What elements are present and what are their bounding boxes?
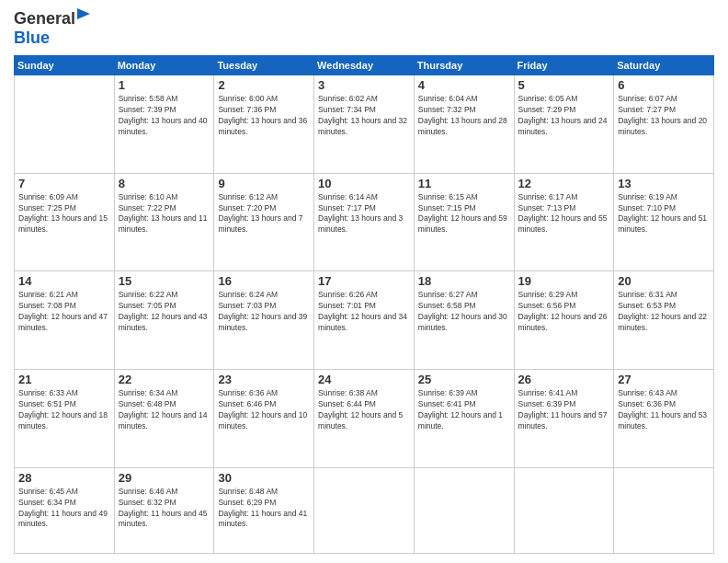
logo-general-text: General (14, 9, 75, 29)
day-number: 8 (119, 177, 210, 190)
day-number: 4 (418, 78, 510, 92)
calendar-cell (514, 467, 614, 553)
week-row-4: 21Sunrise: 6:33 AMSunset: 6:51 PMDayligh… (15, 370, 714, 468)
calendar-cell: 18Sunrise: 6:27 AMSunset: 6:58 PMDayligh… (414, 271, 514, 370)
calendar-cell: 4Sunrise: 6:04 AMSunset: 7:32 PMDaylight… (414, 75, 514, 174)
calendar-cell (314, 467, 415, 553)
calendar-cell: 28Sunrise: 6:45 AMSunset: 6:34 PMDayligh… (15, 467, 115, 553)
calendar-cell: 29Sunrise: 6:46 AMSunset: 6:32 PMDayligh… (114, 467, 214, 553)
logo-flag-icon (77, 8, 92, 29)
calendar-cell: 11Sunrise: 6:15 AMSunset: 7:15 PMDayligh… (414, 173, 514, 271)
day-info: Sunrise: 6:05 AMSunset: 7:29 PMDaylight:… (518, 94, 610, 138)
calendar-cell: 20Sunrise: 6:31 AMSunset: 6:53 PMDayligh… (614, 271, 714, 370)
weekday-header-friday: Friday (514, 56, 614, 75)
calendar-cell: 21Sunrise: 6:33 AMSunset: 6:51 PMDayligh… (15, 370, 115, 468)
calendar-cell: 2Sunrise: 6:00 AMSunset: 7:36 PMDaylight… (214, 75, 314, 174)
day-number: 10 (318, 177, 410, 190)
day-number: 1 (119, 78, 210, 92)
weekday-header-thursday: Thursday (414, 56, 514, 75)
day-info: Sunrise: 6:48 AMSunset: 6:29 PMDaylight:… (218, 487, 310, 531)
svg-marker-0 (77, 8, 90, 19)
calendar-cell: 26Sunrise: 6:41 AMSunset: 6:39 PMDayligh… (514, 370, 614, 468)
day-info: Sunrise: 6:36 AMSunset: 6:46 PMDaylight:… (218, 388, 310, 432)
calendar-cell (15, 75, 115, 174)
header: General Blue (14, 9, 714, 48)
day-number: 20 (618, 274, 710, 288)
day-number: 25 (418, 373, 510, 386)
day-info: Sunrise: 6:04 AMSunset: 7:32 PMDaylight:… (418, 94, 510, 138)
day-number: 26 (518, 373, 610, 386)
day-info: Sunrise: 6:34 AMSunset: 6:48 PMDaylight:… (119, 388, 210, 432)
day-number: 12 (518, 177, 610, 190)
day-info: Sunrise: 6:27 AMSunset: 6:58 PMDaylight:… (418, 290, 510, 334)
calendar-cell: 1Sunrise: 5:58 AMSunset: 7:39 PMDaylight… (114, 75, 214, 174)
calendar-cell: 3Sunrise: 6:02 AMSunset: 7:34 PMDaylight… (314, 75, 415, 174)
day-number: 24 (318, 373, 410, 386)
day-info: Sunrise: 6:39 AMSunset: 6:41 PMDaylight:… (418, 388, 510, 432)
week-row-3: 14Sunrise: 6:21 AMSunset: 7:08 PMDayligh… (15, 271, 714, 370)
day-number: 18 (418, 274, 510, 288)
logo: General Blue (14, 9, 92, 48)
calendar-cell: 24Sunrise: 6:38 AMSunset: 6:44 PMDayligh… (314, 370, 415, 468)
day-number: 2 (218, 78, 310, 92)
day-number: 17 (318, 274, 410, 288)
day-number: 5 (518, 78, 610, 92)
calendar-cell: 19Sunrise: 6:29 AMSunset: 6:56 PMDayligh… (514, 271, 614, 370)
day-number: 22 (119, 373, 210, 386)
calendar-cell: 5Sunrise: 6:05 AMSunset: 7:29 PMDaylight… (514, 75, 614, 174)
calendar-cell: 9Sunrise: 6:12 AMSunset: 7:20 PMDaylight… (214, 173, 314, 271)
day-number: 11 (418, 177, 510, 190)
day-number: 29 (119, 471, 210, 485)
day-info: Sunrise: 6:12 AMSunset: 7:20 PMDaylight:… (218, 192, 310, 236)
calendar-cell: 6Sunrise: 6:07 AMSunset: 7:27 PMDaylight… (614, 75, 714, 174)
week-row-2: 7Sunrise: 6:09 AMSunset: 7:25 PMDaylight… (15, 173, 714, 271)
day-info: Sunrise: 6:21 AMSunset: 7:08 PMDaylight:… (18, 290, 110, 334)
day-info: Sunrise: 6:02 AMSunset: 7:34 PMDaylight:… (318, 94, 410, 138)
day-number: 9 (218, 177, 310, 190)
calendar-cell: 16Sunrise: 6:24 AMSunset: 7:03 PMDayligh… (214, 271, 314, 370)
calendar-cell: 13Sunrise: 6:19 AMSunset: 7:10 PMDayligh… (614, 173, 714, 271)
day-number: 3 (318, 78, 410, 92)
weekday-header-row: SundayMondayTuesdayWednesdayThursdayFrid… (15, 56, 714, 75)
calendar-cell: 27Sunrise: 6:43 AMSunset: 6:36 PMDayligh… (614, 370, 714, 468)
day-info: Sunrise: 6:43 AMSunset: 6:36 PMDaylight:… (618, 388, 710, 432)
calendar-table: SundayMondayTuesdayWednesdayThursdayFrid… (14, 55, 714, 554)
calendar-cell (414, 467, 514, 553)
day-info: Sunrise: 6:00 AMSunset: 7:36 PMDaylight:… (218, 94, 310, 138)
calendar-cell: 10Sunrise: 6:14 AMSunset: 7:17 PMDayligh… (314, 173, 415, 271)
page: General Blue SundayMondayTuesdayWednesda… (0, 0, 728, 563)
logo-blue-text: Blue (14, 29, 50, 47)
day-info: Sunrise: 6:10 AMSunset: 7:22 PMDaylight:… (119, 192, 210, 236)
day-number: 21 (18, 373, 110, 386)
day-info: Sunrise: 6:24 AMSunset: 7:03 PMDaylight:… (218, 290, 310, 334)
day-info: Sunrise: 6:31 AMSunset: 6:53 PMDaylight:… (618, 290, 710, 334)
day-info: Sunrise: 6:38 AMSunset: 6:44 PMDaylight:… (318, 388, 410, 432)
week-row-5: 28Sunrise: 6:45 AMSunset: 6:34 PMDayligh… (15, 467, 714, 553)
day-number: 23 (218, 373, 310, 386)
day-info: Sunrise: 6:09 AMSunset: 7:25 PMDaylight:… (18, 192, 110, 236)
day-info: Sunrise: 6:33 AMSunset: 6:51 PMDaylight:… (18, 388, 110, 432)
calendar-cell: 8Sunrise: 6:10 AMSunset: 7:22 PMDaylight… (114, 173, 214, 271)
day-number: 7 (18, 177, 110, 190)
calendar-cell: 23Sunrise: 6:36 AMSunset: 6:46 PMDayligh… (214, 370, 314, 468)
calendar-cell: 15Sunrise: 6:22 AMSunset: 7:05 PMDayligh… (114, 271, 214, 370)
calendar-cell: 22Sunrise: 6:34 AMSunset: 6:48 PMDayligh… (114, 370, 214, 468)
calendar-cell: 12Sunrise: 6:17 AMSunset: 7:13 PMDayligh… (514, 173, 614, 271)
day-number: 6 (618, 78, 710, 92)
weekday-header-monday: Monday (114, 56, 214, 75)
calendar-cell: 17Sunrise: 6:26 AMSunset: 7:01 PMDayligh… (314, 271, 415, 370)
calendar-cell: 14Sunrise: 6:21 AMSunset: 7:08 PMDayligh… (15, 271, 115, 370)
calendar-cell: 7Sunrise: 6:09 AMSunset: 7:25 PMDaylight… (15, 173, 115, 271)
day-number: 16 (218, 274, 310, 288)
day-number: 13 (618, 177, 710, 190)
day-info: Sunrise: 6:45 AMSunset: 6:34 PMDaylight:… (18, 487, 110, 531)
calendar-cell: 30Sunrise: 6:48 AMSunset: 6:29 PMDayligh… (214, 467, 314, 553)
weekday-header-saturday: Saturday (614, 56, 714, 75)
weekday-header-wednesday: Wednesday (314, 56, 415, 75)
day-info: Sunrise: 6:14 AMSunset: 7:17 PMDaylight:… (318, 192, 410, 236)
day-number: 15 (119, 274, 210, 288)
day-number: 28 (18, 471, 110, 485)
day-number: 27 (618, 373, 710, 386)
day-info: Sunrise: 6:29 AMSunset: 6:56 PMDaylight:… (518, 290, 610, 334)
day-info: Sunrise: 6:15 AMSunset: 7:15 PMDaylight:… (418, 192, 510, 236)
